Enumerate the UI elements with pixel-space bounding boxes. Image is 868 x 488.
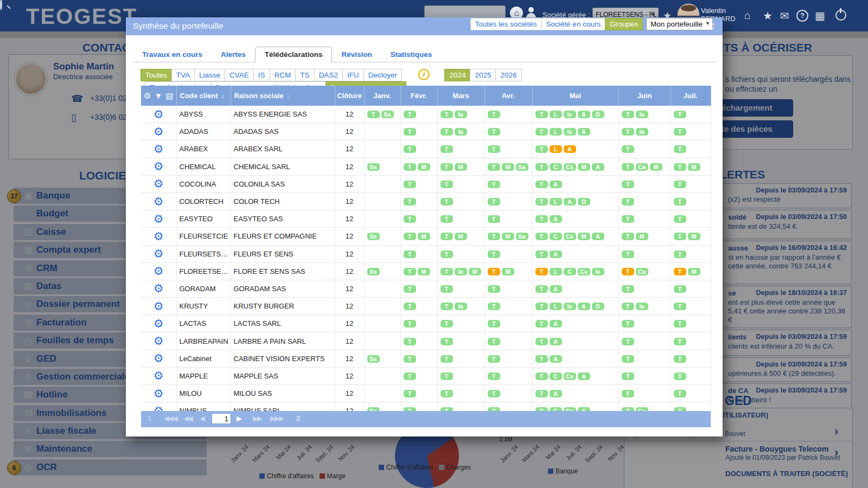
declaration-badge[interactable]: T [488,163,500,171]
declaration-badge[interactable]: T [441,338,453,345]
declaration-badge[interactable]: T [488,128,500,136]
declaration-badge[interactable]: M [469,268,481,275]
declaration-badge[interactable]: T [674,251,686,258]
declaration-badge[interactable]: L [550,303,562,310]
declaration-badge[interactable]: T [488,145,500,153]
row-settings-cell[interactable]: ⚙ [141,280,176,297]
table-row[interactable]: ⚙LeCabinetCABINET VISION EXPERTS12SsTTTT… [141,350,711,367]
declaration-badge[interactable]: Ia [636,128,648,136]
declaration-badge[interactable]: T [674,268,686,275]
gear-icon[interactable]: ⚙ [154,177,164,190]
declaration-badge[interactable]: A [550,215,562,223]
column-header-janv-[interactable]: Janv. [364,86,400,106]
row-settings-cell[interactable]: ⚙ [141,175,176,192]
table-row[interactable]: ⚙COCOLINACOLONILA SAS12TTTTATT [141,175,711,192]
declaration-badge[interactable]: T [535,355,548,363]
declaration-badge[interactable]: Ia [636,303,648,310]
declaration-badge[interactable]: T [535,198,548,206]
scope-button-groupes[interactable]: Groupes [605,18,643,30]
declaration-badge[interactable]: C [550,163,562,171]
declaration-badge[interactable]: T [488,268,500,275]
declaration-badge[interactable]: T [535,338,548,345]
declaration-badge[interactable]: T [404,268,416,275]
declaration-badge[interactable]: L [550,111,562,118]
declaration-badge[interactable]: A [550,251,562,258]
declaration-badge[interactable]: T [674,338,686,345]
declaration-badge[interactable]: M [688,233,700,240]
declaration-badge[interactable]: T [404,338,416,345]
tab-r-vision[interactable]: Révision [332,47,381,62]
declaration-badge[interactable]: T [404,373,416,380]
row-settings-cell[interactable]: ⚙ [141,385,176,402]
pagination-back-icon[interactable]: ◀ [200,414,204,422]
declaration-badge[interactable]: Ss [367,268,380,275]
table-row[interactable]: ⚙KRUSTYKRUSTY BURGER12TTIaTTLIsADTIaT [141,298,711,315]
info-icon[interactable]: i [418,69,430,80]
declaration-badge[interactable]: Ia [455,303,467,310]
declaration-badge[interactable]: T [404,320,416,328]
declaration-badge[interactable]: M [664,268,671,275]
scope-button-toutes-les-soci-t-s[interactable]: Toutes les sociétés [470,18,542,30]
declaration-badge[interactable]: T [488,111,500,118]
table-row[interactable]: ⚙FLEURSETSENSFLEURS ET SENS12TTTTATT [141,245,711,262]
declaration-badge[interactable]: T [674,390,686,397]
declaration-badge[interactable]: T [441,285,453,293]
declaration-badge[interactable]: T [488,251,500,258]
table-row[interactable]: ⚙MAPPLEMAPPLE SAS12TTTTCCsATT [141,367,711,384]
declaration-badge[interactable]: A [578,373,590,380]
year-2025[interactable]: 2025 [470,69,496,81]
table-row[interactable]: ⚙CHEMICALCHEMICAL SARL12SsTMTMTMSaTCCsMA… [141,158,711,175]
table-row[interactable]: ⚙LACTASLACTAS SARL12TTTTATT [141,315,711,332]
filter-liasse[interactable]: Liasse [194,69,225,81]
declaration-badge[interactable]: M [650,163,662,171]
declaration-badge[interactable]: T [404,251,416,258]
mail-icon[interactable]: ✉ [780,9,789,22]
star-icon[interactable]: ★ [763,9,773,22]
declaration-badge[interactable]: Cs [564,163,576,171]
declaration-badge[interactable]: T [488,285,500,293]
table-row[interactable]: ⚙ARABEXARABEX SARL12TTTTLATT [141,140,711,158]
column-header-juil-[interactable]: Juil. [671,86,711,106]
table-row[interactable]: ⚙GORADAMGORADAM SAS12TTTTATT [141,280,711,297]
declaration-badge[interactable]: T [535,145,548,153]
pagination-last-icon[interactable]: ▶▶▶ [270,414,283,422]
gear-icon[interactable]: ⚙ [154,387,164,400]
declaration-badge[interactable]: T [674,145,686,153]
declaration-badge[interactable]: T [404,181,416,188]
declaration-badge[interactable]: T [367,111,380,118]
table-row[interactable]: ⚙ADADASADADAS SAS12TTIaTTLIsATIaT [141,123,711,140]
calendar-icon[interactable]: ▦ [815,9,825,22]
declaration-badge[interactable]: Is [564,128,576,136]
declaration-badge[interactable]: L [550,198,562,206]
declaration-badge[interactable]: T [488,215,500,223]
declaration-badge[interactable]: A [564,145,576,153]
declaration-badge[interactable]: C [550,373,562,380]
declaration-badge[interactable]: T [404,128,416,136]
declaration-badge[interactable]: T [674,373,686,380]
declaration-badge[interactable]: M [502,163,514,171]
declaration-badge[interactable]: T [622,390,634,397]
declaration-badge[interactable]: T [622,198,634,206]
power-icon[interactable] [835,10,846,21]
declaration-badge[interactable]: Ia [636,111,648,118]
row-settings-cell[interactable]: ⚙ [141,228,176,245]
table-row[interactable]: ⚙FLEURSETCIEFLEURS ET COMPAGNIE12SsTMTMT… [141,228,711,245]
declaration-badge[interactable]: A [578,111,590,118]
table-row[interactable]: ⚙EASYTEOEASYTEO SAS12TTTTATT [141,210,711,228]
filter-decloyer[interactable]: Decloyer [363,69,402,81]
declaration-badge[interactable]: Sa [516,233,528,240]
sort-desc-icon[interactable]: ↓ [221,92,225,100]
declaration-badge[interactable]: T [622,355,634,363]
declaration-badge[interactable]: T [404,215,416,223]
declaration-badge[interactable]: T [535,303,548,310]
declaration-badge[interactable]: T [535,215,548,223]
declaration-badge[interactable]: T [674,163,686,171]
declaration-badge[interactable]: M [418,233,430,240]
tab-alertes[interactable]: Alertes [212,47,255,62]
filter-cvae[interactable]: CVAE [225,69,254,81]
declaration-badge[interactable]: L [550,145,562,153]
declaration-badge[interactable]: T [535,163,548,171]
declaration-badge[interactable]: T [441,215,453,223]
declaration-badge[interactable]: T [441,320,453,328]
tab-t-l-d-clarations[interactable]: Télédéclarations [255,47,333,63]
